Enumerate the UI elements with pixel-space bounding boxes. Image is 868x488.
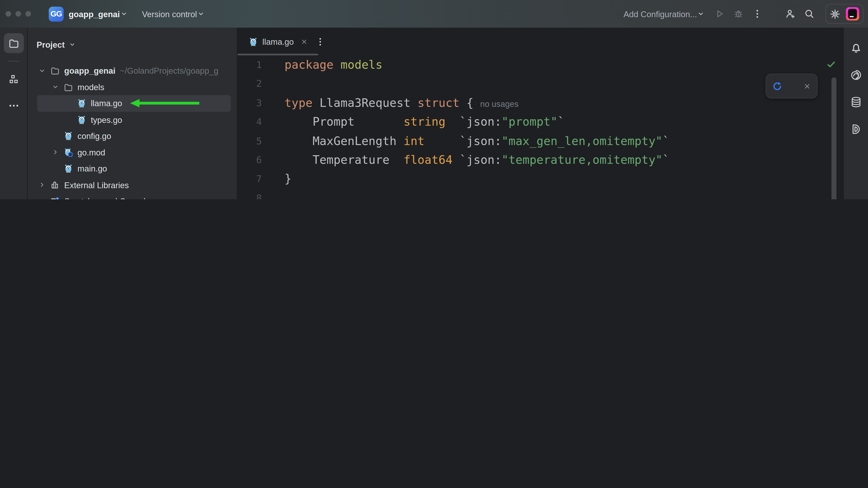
window-controls[interactable]	[0, 11, 31, 17]
run-button[interactable]	[710, 4, 729, 23]
structure-tool-button[interactable]	[4, 69, 24, 89]
notifications-button[interactable]	[846, 38, 866, 58]
tree-item-llama-go[interactable]: llama.go	[28, 95, 237, 111]
line-number: 1	[238, 55, 262, 74]
right-tool-stripe	[843, 28, 868, 199]
go-file-icon	[76, 115, 86, 125]
tree-item-main-go[interactable]: main.go	[28, 160, 237, 177]
tree-item-label: llama.go	[91, 99, 122, 108]
add-user-button[interactable]	[781, 4, 800, 23]
code-text: Temperature float64 `json:"temperature,o…	[238, 151, 843, 169]
debug-button[interactable]	[729, 4, 748, 23]
window-zoom-button[interactable]	[26, 11, 31, 17]
annotation-arrow	[129, 98, 200, 109]
tree-item-external-libraries[interactable]: External Libraries	[28, 177, 237, 193]
tab-bar-more-icon[interactable]	[315, 37, 325, 46]
scratches-icon	[50, 197, 60, 199]
tree-item-label: go.mod	[78, 148, 105, 157]
project-badge: GG	[49, 6, 64, 21]
database-button[interactable]	[846, 92, 866, 112]
tree-down-chevron-icon[interactable]	[52, 83, 59, 91]
title-bar: GG goapp_genai Version control Add Confi…	[0, 0, 868, 28]
code-line-2[interactable]: 2	[238, 74, 843, 93]
editor-tab-bar: llama.go	[238, 28, 843, 55]
code-editor[interactable]: 1package models23type Llama3Request stru…	[238, 55, 843, 199]
tree-right-chevron-icon[interactable]	[38, 181, 46, 189]
more-actions-icon	[752, 9, 762, 19]
tree-item-scratches-and-consoles[interactable]: Scratches and Consoles	[28, 193, 237, 199]
project-name-menu[interactable]: goapp_genai	[69, 9, 120, 19]
gomod-icon	[63, 148, 73, 157]
settings-account-group	[825, 4, 864, 24]
tree-item-label: Scratches and Consoles	[64, 197, 154, 199]
window-minimize-button[interactable]	[16, 11, 21, 17]
tree-right-chevron-icon[interactable]	[52, 149, 59, 156]
tree-right-chevron-icon[interactable]	[38, 197, 46, 199]
reload-icon[interactable]	[772, 81, 782, 91]
project-panel-chevron-icon[interactable]	[68, 41, 76, 48]
code-line-5[interactable]: 5 MaxGenLength int `json:"max_gen_len,om…	[238, 131, 843, 151]
tree-down-chevron-icon[interactable]	[38, 67, 46, 74]
inspections-ok-icon[interactable]	[827, 60, 836, 69]
go-file-icon	[76, 99, 86, 108]
usages-inlay-hint[interactable]: no usages	[480, 99, 519, 108]
project-tree: goapp_genai~/GolandProjects/goapp_gmodel…	[28, 63, 237, 199]
tree-item-go-mod[interactable]: go.mod	[28, 144, 237, 160]
structure-tool-icon	[8, 74, 19, 85]
line-number: 5	[238, 131, 262, 151]
account-avatar[interactable]	[846, 7, 859, 21]
tree-item-label: main.go	[78, 164, 107, 173]
tab-close-icon[interactable]	[301, 38, 308, 45]
active-tab-indicator	[238, 54, 318, 55]
code-line-7[interactable]: 7}	[238, 169, 843, 188]
code-line-4[interactable]: 4 Prompt string `json:"prompt"`	[238, 112, 843, 131]
run-configuration-selector[interactable]: Add Configuration...	[624, 9, 705, 19]
tree-item-types-go[interactable]: types.go	[28, 111, 237, 128]
extlib-icon	[50, 180, 60, 190]
stripe-divider	[8, 61, 19, 61]
code-line-1[interactable]: 1package models	[238, 55, 843, 74]
code-line-8[interactable]: 8	[238, 188, 843, 199]
code-text: MaxGenLength int `json:"max_gen_len,omit…	[238, 131, 843, 151]
tree-item-label: types.go	[91, 115, 122, 125]
add-user-icon	[785, 9, 796, 19]
left-tool-stripe	[0, 28, 28, 199]
version-control-menu[interactable]: Version control	[142, 9, 197, 19]
code-line-6[interactable]: 6 Temperature float64 `json:"temperature…	[238, 151, 843, 169]
tree-item-goapp-genai[interactable]: goapp_genai~/GolandProjects/goapp_g	[28, 63, 237, 79]
line-number: 2	[238, 74, 262, 93]
search-icon	[804, 9, 814, 19]
line-number: 6	[238, 151, 262, 169]
more-tool-windows-button[interactable]	[4, 96, 24, 116]
search-button[interactable]	[800, 4, 819, 23]
documentation-button[interactable]	[846, 119, 866, 139]
code-line-3[interactable]: 3type Llama3Request struct {no usages	[238, 93, 843, 112]
widget-close-icon[interactable]	[803, 82, 811, 90]
project-panel: Project goapp_genai~/GolandProjects/goap…	[28, 28, 237, 199]
notifications-icon	[850, 42, 862, 54]
database-icon	[850, 96, 862, 108]
editor-scrollbar[interactable]	[831, 77, 836, 199]
settings-icon[interactable]	[830, 8, 840, 19]
project-tool-button[interactable]	[4, 33, 24, 53]
tree-item-models[interactable]: models	[28, 79, 237, 95]
tree-item-label: config.go	[78, 131, 111, 141]
go-file-icon	[249, 37, 258, 46]
line-number: 8	[238, 188, 262, 199]
tree-item-label: goapp_genai	[64, 66, 116, 75]
tree-item-label: models	[78, 82, 104, 92]
go-file-icon	[63, 164, 73, 173]
go-file-icon	[63, 131, 73, 141]
version-control-chevron-icon[interactable]	[197, 10, 205, 18]
project-panel-title[interactable]: Project	[37, 39, 65, 49]
tree-item-config-go[interactable]: config.go	[28, 128, 237, 144]
more-tool-windows-icon	[8, 100, 19, 111]
tab-llama-go[interactable]: llama.go	[238, 28, 315, 55]
more-actions-button[interactable]	[748, 4, 767, 23]
project-menu-chevron-icon[interactable]	[120, 10, 127, 18]
code-text: Prompt string `json:"prompt"`	[238, 112, 843, 131]
ai-assistant-button[interactable]	[846, 65, 866, 85]
project-tool-icon	[8, 38, 19, 49]
run-config-chevron-icon[interactable]	[697, 10, 705, 18]
window-close-button[interactable]	[5, 11, 11, 17]
